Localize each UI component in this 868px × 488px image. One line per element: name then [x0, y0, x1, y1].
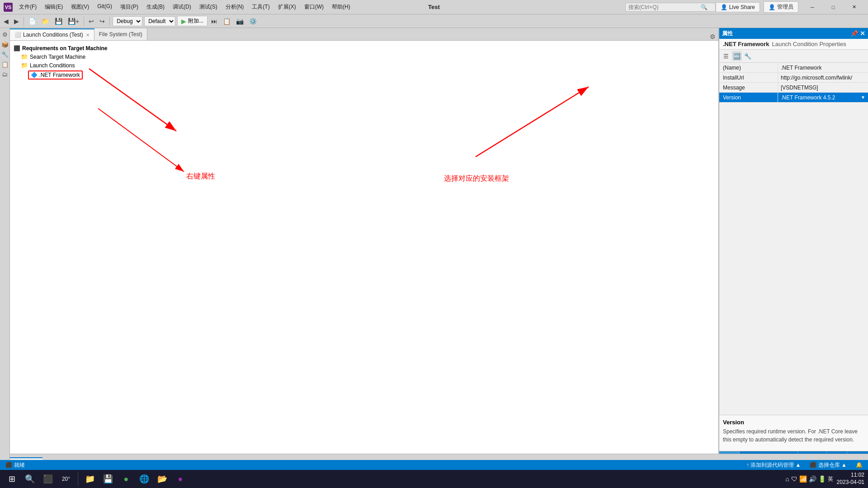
taskview-button[interactable]: ⬛	[40, 471, 56, 487]
task5-btn[interactable]: 📂	[154, 471, 170, 487]
redo-button[interactable]: ↪	[98, 17, 107, 26]
back-button[interactable]: ◀	[2, 17, 10, 26]
prop-sort-category-button[interactable]: ☰	[721, 51, 731, 61]
toolbar-extra2[interactable]: 📷	[234, 17, 245, 26]
menu-file[interactable]: 文件(F)	[15, 2, 40, 12]
step-button[interactable]: ⏭	[209, 17, 219, 26]
debug-config-select[interactable]: Debug	[113, 16, 142, 26]
prop-row-name[interactable]: (Name) .NET Framework	[719, 63, 868, 73]
annotation-right-click: 右键属性	[186, 172, 215, 181]
prop-toolbar: ☰ 🔤 🔧	[719, 50, 868, 63]
prop-row-version[interactable]: Version .NET Framework 4.5.2 ▼	[719, 93, 868, 103]
task4-btn[interactable]: 🌐	[136, 471, 152, 487]
start-button[interactable]: ⊞	[4, 471, 20, 487]
editor-area: ⬜ Launch Conditions (Test) ✕ File System…	[10, 28, 719, 461]
attach-button[interactable]: ▶ 附加...	[177, 16, 208, 26]
prop-close-button[interactable]: ✕	[860, 30, 865, 37]
menu-analyze[interactable]: 分析(N)	[222, 2, 248, 12]
platform-select[interactable]: Default	[144, 16, 175, 26]
save-button[interactable]: 💾	[53, 17, 64, 26]
prop-value-version[interactable]: .NET Framework 4.5.2 ▼	[778, 93, 868, 102]
menu-extensions[interactable]: 扩展(X)	[274, 2, 300, 12]
menu-tools[interactable]: 工具(T)	[248, 2, 273, 12]
sidebar-icon-4[interactable]: 📋	[0, 60, 9, 69]
toolbar-extra1[interactable]: 📋	[221, 17, 232, 26]
prop-title-bar: .NET Framework Launch Condition Properti…	[719, 39, 868, 50]
maximize-button[interactable]: □	[823, 0, 844, 14]
weather-btn[interactable]: 20°	[58, 471, 74, 487]
select-repo-label: ⬛ 选择仓库 ▲	[810, 461, 847, 469]
dropdown-arrow-icon[interactable]: ▼	[861, 95, 865, 100]
prop-value-name[interactable]: .NET Framework	[778, 63, 868, 72]
tab-close-1[interactable]: ✕	[86, 33, 90, 38]
status-ready[interactable]: ⬛ 就绪	[4, 461, 27, 469]
search-button[interactable]: 🔍	[22, 471, 38, 487]
annotation-layer: 右键属性 选择对应的安装框架	[10, 41, 718, 461]
select-repo-button[interactable]: ⬛ 选择仓库 ▲	[808, 461, 849, 469]
tab-file-system[interactable]: File System (Test)	[94, 28, 147, 40]
menu-test[interactable]: 测试(S)	[196, 2, 221, 12]
folder-icon-search: 📁	[21, 53, 28, 60]
prop-panel-controls: 📌 ✕	[850, 30, 865, 37]
sidebar-icon-5[interactable]: 🗂	[0, 70, 9, 79]
forward-button[interactable]: ▶	[12, 17, 21, 26]
menu-build[interactable]: 生成(B)	[143, 2, 168, 12]
sidebar-icon-2[interactable]: 📦	[0, 40, 9, 49]
tab-icon-1: ⬜	[14, 32, 21, 38]
prop-row-installurl[interactable]: InstallUrl http://go.microsoft.com/fwlin…	[719, 73, 868, 83]
add-source-button[interactable]: ↑ 添加到源代码管理 ▲	[745, 461, 803, 469]
prop-value-message[interactable]: [VSDNETMSG]	[778, 83, 868, 92]
new-file-button[interactable]: 📄	[27, 17, 38, 26]
sidebar-icon-1[interactable]: ⚙	[0, 30, 9, 39]
sidebar-icon-3[interactable]: 🔧	[0, 50, 9, 59]
menu-git[interactable]: Git(G)	[94, 2, 116, 12]
search-input[interactable]	[628, 4, 701, 10]
admin-button[interactable]: 👤 管理员	[764, 1, 798, 13]
taskbar-sep	[78, 472, 78, 486]
tab-label-2: File System (Test)	[99, 31, 142, 38]
dotnet-highlight-box: 🔷 .NET Framework	[28, 70, 83, 80]
prop-row-message[interactable]: Message [VSDNETMSG]	[719, 83, 868, 93]
tree-item-launch[interactable]: 📁 Launch Conditions	[12, 61, 717, 70]
prop-pin-button[interactable]: 📌	[850, 30, 858, 37]
prop-value-installurl[interactable]: http://go.microsoft.com/fwlink/	[778, 73, 868, 82]
menu-debug[interactable]: 调试(D)	[169, 2, 195, 12]
live-share-button[interactable]: 👤 Live Share	[716, 2, 760, 12]
menu-window[interactable]: 窗口(W)	[301, 2, 327, 12]
prop-sort-alpha-button[interactable]: 🔤	[732, 51, 742, 61]
prop-key-version: Version	[719, 93, 778, 102]
task2-btn[interactable]: 💾	[100, 471, 116, 487]
save-all-button[interactable]: 💾+	[66, 17, 81, 26]
task3-btn[interactable]: ●	[118, 471, 134, 487]
search-box[interactable]: 🔍	[625, 3, 716, 12]
minimize-button[interactable]: ─	[802, 0, 823, 14]
menu-edit[interactable]: 编辑(E)	[41, 2, 66, 12]
menu-help[interactable]: 帮助(H)	[328, 2, 354, 12]
undo-button[interactable]: ↩	[87, 17, 96, 26]
open-file-button[interactable]: 📁	[40, 17, 51, 26]
tab-settings[interactable]: ⚙	[707, 33, 718, 40]
menu-view[interactable]: 视图(V)	[67, 2, 93, 12]
win-tray: ⌂ 🛡 📶 🔊 🔋 英	[785, 475, 833, 483]
bell-button[interactable]: 🔔	[854, 462, 864, 468]
files-btn[interactable]: 📁	[82, 471, 98, 487]
tab-launch-conditions[interactable]: ⬜ Launch Conditions (Test) ✕	[10, 28, 94, 40]
time-display: 11:02	[837, 472, 864, 479]
tree-item-search[interactable]: 📁 Search Target Machine	[12, 52, 717, 61]
tree-item-dotnet[interactable]: 🔷 .NET Framework	[12, 70, 717, 80]
sep3	[109, 17, 110, 26]
prop-grid: (Name) .NET Framework InstallUrl http://…	[719, 63, 868, 415]
tray-icon-shield: 🛡	[791, 475, 797, 483]
dotnet-icon: 🔷	[31, 72, 38, 78]
prop-panel-title: 属性	[722, 30, 733, 38]
toolbar-extra3[interactable]: ⚙️	[247, 17, 259, 26]
task6-btn[interactable]: ●	[172, 471, 189, 487]
menu-project[interactable]: 项目(P)	[117, 2, 142, 12]
live-share-label: Live Share	[729, 4, 755, 10]
tray-lang: 英	[828, 475, 833, 483]
prop-settings-button[interactable]: 🔧	[743, 51, 753, 61]
close-button[interactable]: ✕	[844, 0, 864, 14]
version-dropdown[interactable]: .NET Framework 4.5.2 ▼	[781, 94, 865, 101]
folder-icon-launch: 📁	[21, 62, 28, 69]
desc-text: Specifies required runtime version. For …	[723, 427, 864, 444]
